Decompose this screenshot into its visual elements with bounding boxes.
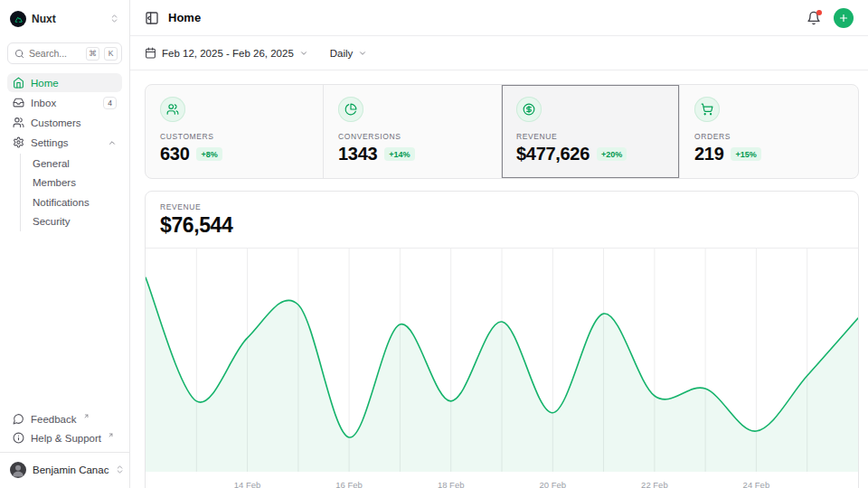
- pie-chart-icon: [338, 97, 363, 122]
- stats-row: CUSTOMERS 630 +8% CONVERSIONS 1343 +14%: [145, 84, 859, 179]
- content-area: CUSTOMERS 630 +8% CONVERSIONS 1343 +14%: [130, 70, 868, 488]
- external-link-icon: [108, 429, 114, 440]
- svg-text:18 Feb: 18 Feb: [438, 480, 465, 488]
- svg-text:22 Feb: 22 Feb: [641, 480, 668, 488]
- chevrons-up-down-icon: [115, 465, 125, 476]
- granularity-value: Daily: [330, 48, 354, 59]
- sidebar-item-inbox[interactable]: Inbox 4: [7, 93, 122, 112]
- sidebar-item-label: Customers: [31, 117, 117, 128]
- sidebar-item-label: Home: [31, 78, 117, 89]
- sub-item-label: General: [33, 158, 70, 169]
- sidebar-item-members[interactable]: Members: [21, 174, 122, 193]
- svg-text:20 Feb: 20 Feb: [540, 480, 567, 488]
- info-circle-icon: [13, 432, 24, 444]
- notifications-bell-icon[interactable]: [807, 11, 821, 25]
- sidebar-item-security[interactable]: Security: [21, 212, 122, 232]
- sidebar-spacer: [7, 231, 122, 409]
- svg-text:16 Feb: 16 Feb: [335, 480, 363, 488]
- sub-item-label: Members: [33, 177, 76, 188]
- stat-delta-badge: +20%: [597, 147, 627, 161]
- notification-dot: [816, 10, 822, 15]
- stat-label: CUSTOMERS: [160, 132, 308, 141]
- stat-label: ORDERS: [694, 132, 844, 141]
- sidebar-item-feedback[interactable]: Feedback: [7, 409, 122, 428]
- circle-dollar-icon: [516, 97, 542, 122]
- chevron-up-icon: [108, 138, 117, 147]
- stat-delta-badge: +14%: [384, 147, 414, 161]
- sidebar: Nuxt ⌘ K Home Inbo: [0, 0, 130, 488]
- sidebar-item-home[interactable]: Home: [7, 73, 122, 92]
- chevrons-up-down-icon: [109, 11, 119, 27]
- dashboard-app: Nuxt ⌘ K Home Inbo: [0, 0, 868, 488]
- chevron-down-icon: [358, 49, 367, 58]
- inbox-count-badge: 4: [103, 97, 117, 109]
- chevron-down-icon: [299, 49, 308, 58]
- stat-conversions[interactable]: CONVERSIONS 1343 +14%: [324, 85, 502, 178]
- stat-value: 1343: [338, 144, 377, 164]
- sidebar-divider: [0, 452, 129, 453]
- main-area: Home Feb 12, 2025 - Feb 26, 2025: [130, 0, 868, 488]
- stat-customers[interactable]: CUSTOMERS 630 +8%: [146, 85, 324, 178]
- stat-orders[interactable]: ORDERS 219 +15%: [680, 85, 858, 178]
- inbox-icon: [13, 97, 24, 108]
- top-bar: Home: [130, 0, 868, 36]
- gear-icon: [13, 136, 24, 148]
- sub-item-label: Security: [33, 216, 71, 227]
- sidebar-item-label: Settings: [31, 137, 101, 148]
- search-field[interactable]: [29, 48, 81, 59]
- calendar-icon: [145, 47, 156, 59]
- top-bar-actions: [807, 8, 854, 28]
- workspace-name: Nuxt: [32, 13, 104, 25]
- page-title: Home: [168, 11, 201, 24]
- revenue-area-chart[interactable]: 14 Feb16 Feb18 Feb20 Feb22 Feb24 Feb: [146, 249, 858, 488]
- stat-revenue[interactable]: REVENUE $477,626 +20%: [502, 85, 680, 178]
- filter-toolbar: Feb 12, 2025 - Feb 26, 2025 Daily: [130, 36, 868, 70]
- users-icon: [13, 117, 24, 128]
- sidebar-item-help-support[interactable]: Help & Support: [7, 428, 122, 447]
- sidebar-nav: Home Inbox 4 Customers Settings: [7, 73, 122, 231]
- footer-item-label: Feedback: [31, 414, 77, 425]
- nuxt-logo-icon: [10, 11, 26, 27]
- kbd-cmd: ⌘: [86, 47, 99, 61]
- stat-delta-badge: +8%: [196, 147, 222, 161]
- user-name: Benjamin Canac: [33, 465, 108, 475]
- home-icon: [13, 77, 24, 89]
- users-icon: [160, 97, 185, 122]
- sub-item-label: Notifications: [33, 197, 90, 208]
- workspace-switcher[interactable]: Nuxt: [7, 7, 122, 31]
- chart-value: $76,544: [160, 213, 844, 238]
- date-range-value: Feb 12, 2025 - Feb 26, 2025: [162, 48, 294, 59]
- chart-label: REVENUE: [160, 202, 844, 211]
- svg-text:24 Feb: 24 Feb: [743, 480, 770, 488]
- avatar: [10, 462, 26, 478]
- stat-label: REVENUE: [516, 132, 665, 141]
- user-menu[interactable]: Benjamin Canac: [7, 457, 122, 483]
- granularity-select[interactable]: Daily: [330, 48, 368, 59]
- stat-value: $477,626: [516, 144, 590, 164]
- add-button[interactable]: [834, 8, 854, 28]
- stat-value: 219: [694, 144, 723, 164]
- stat-delta-badge: +15%: [731, 147, 760, 161]
- kbd-k: K: [104, 47, 118, 61]
- svg-text:14 Feb: 14 Feb: [234, 480, 261, 488]
- sidebar-item-customers[interactable]: Customers: [7, 113, 122, 132]
- stat-label: CONVERSIONS: [338, 132, 486, 141]
- sidebar-item-label: Inbox: [31, 98, 97, 108]
- revenue-chart-card: REVENUE $76,544 14 Feb16 Feb18 Feb20 Feb…: [145, 191, 859, 488]
- sidebar-item-settings[interactable]: Settings: [7, 133, 122, 152]
- sidebar-item-general[interactable]: General: [21, 154, 122, 174]
- settings-subtree: General Members Notifications Security: [20, 154, 122, 231]
- search-input[interactable]: ⌘ K: [7, 42, 122, 64]
- sidebar-item-notifications[interactable]: Notifications: [21, 192, 122, 212]
- chat-bubble-icon: [13, 413, 24, 425]
- date-range-picker[interactable]: Feb 12, 2025 - Feb 26, 2025: [145, 47, 308, 59]
- collapse-sidebar-icon[interactable]: [145, 11, 159, 25]
- chart-header: REVENUE $76,544: [146, 192, 858, 249]
- external-link-icon: [83, 410, 90, 421]
- cart-icon: [694, 97, 720, 122]
- stat-value: 630: [160, 144, 189, 164]
- footer-item-label: Help & Support: [31, 433, 101, 444]
- search-icon: [14, 49, 24, 59]
